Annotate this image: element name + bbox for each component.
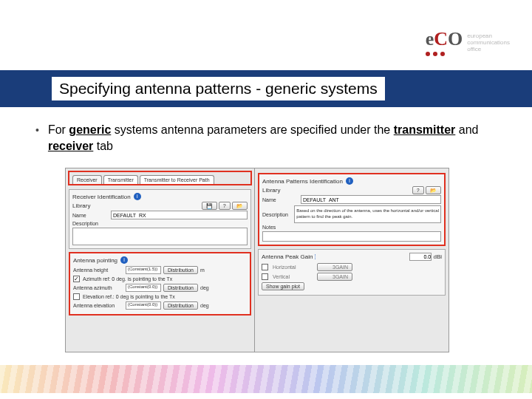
azimuth-checkbox[interactable] [73,276,80,282]
bullet-text: For generic systems antenna parameters a… [48,122,497,154]
height-value: (Constant(1.5)) [126,266,161,274]
slide-title: Specifying antenna patterns - generic sy… [52,77,385,100]
bullet-item: • For generic systems antenna parameters… [35,122,497,154]
receiver-identification: Receiver Identification i Library 💾 ? 📂 … [69,189,251,249]
elevation-dist-button[interactable]: Distribution [163,301,198,310]
tab-path[interactable]: Transmitter to Receiver Path [140,175,214,184]
info-icon[interactable]: i [315,254,316,259]
lib-help-button[interactable]: ? [219,202,231,210]
description-label: Description [72,221,108,226]
show-gain-plot-button[interactable]: Show gain plot [262,282,304,290]
footer-decoration [0,365,532,393]
section-title: Antenna pointing [73,257,117,264]
azimuth-label: Antenna azimuth [73,285,123,290]
info-icon[interactable]: i [120,256,128,264]
elevation-value: (Constant(0.0)) [126,301,161,310]
left-panel: Receiver Transmitter Transmitter to Rece… [66,168,254,352]
description-text[interactable]: Based on the direction of the antenna, u… [294,205,441,223]
lib-open-button[interactable]: 📂 [232,202,248,210]
elevation-note: Elevation ref.: 0 deg is pointing to the… [83,294,175,299]
antenna-pointing: Antenna pointing i Antenna height (Const… [69,252,251,316]
tab-bar: Receiver Transmitter Transmitter to Rece… [68,171,252,185]
logo-mark: eCO [426,28,463,56]
gain-unit: dBi [433,253,442,260]
azimuth-note: Azimuth ref: 0 deg. is pointing to the T… [83,276,172,282]
info-icon[interactable]: i [134,193,141,200]
vertical-checkbox[interactable] [262,273,268,280]
vertical-label: Vertical [273,274,313,279]
section-title: Antenna Peak Gain [262,253,313,260]
azimuth-dist-button[interactable]: Distribution [163,284,198,292]
tab-transmitter[interactable]: Transmitter [103,175,138,184]
notes-textarea[interactable] [262,231,441,242]
horizontal-checkbox[interactable] [262,264,268,270]
elevation-label: Antenna elevation [73,303,123,308]
vertical-button[interactable]: 3GAIN [317,273,352,281]
library-label: Library [72,202,90,209]
horizontal-button[interactable]: 3GAIN [317,263,352,271]
height-label: Antenna height [73,267,123,273]
section-title: Antenna Patterns Identification [262,178,343,185]
bullet-mark: • [35,122,39,154]
unit-m: m [200,267,205,273]
right-panel: Antenna Patterns Identification i Librar… [254,168,449,352]
gain-input[interactable] [409,253,432,261]
lib-save-button[interactable]: 💾 [202,202,217,210]
description-textarea[interactable] [72,228,248,245]
library-label: Library [262,187,280,194]
name-input[interactable] [301,195,441,204]
lib-help-button[interactable]: ? [412,186,424,194]
title-bar: Specifying antenna patterns - generic sy… [0,70,532,107]
antenna-patterns-id: Antenna Patterns Identification i Librar… [258,173,446,246]
notes-label: Notes [262,225,298,230]
info-icon[interactable]: i [346,177,353,185]
unit-deg: deg [200,303,209,308]
azimuth-value: (Constant(0.0)) [126,284,161,292]
section-title: Receiver Identification [72,194,131,200]
logo-tagline: european communications office [467,33,510,52]
name-input[interactable] [111,211,248,219]
description-label: Description [262,212,291,217]
app-screenshot: Receiver Transmitter Transmitter to Rece… [65,168,449,352]
name-label: Name [72,213,108,218]
logo: eCO european communications office [426,28,510,56]
horizontal-label: Horizontal [273,265,313,270]
elevation-checkbox[interactable] [73,293,80,300]
unit-deg: deg [200,285,209,290]
antenna-peak-gain: Antenna Peak Gain i dBi Horizontal 3GAIN… [258,249,446,296]
lib-open-button[interactable]: 📂 [426,186,441,194]
tab-receiver[interactable]: Receiver [72,175,102,184]
height-dist-button[interactable]: Distribution [163,266,198,274]
name-label: Name [262,197,298,202]
